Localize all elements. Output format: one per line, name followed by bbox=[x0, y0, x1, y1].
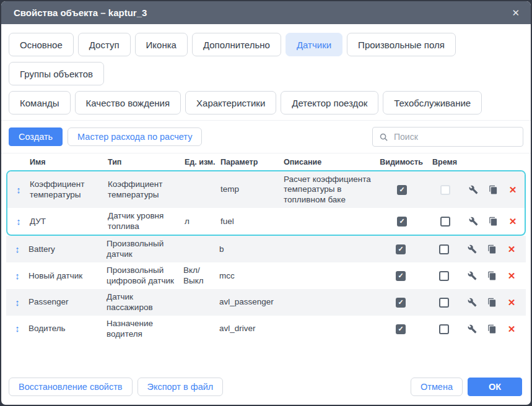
cell-parameter: fuel bbox=[220, 217, 284, 227]
tab-команды[interactable]: Команды bbox=[9, 91, 71, 114]
tabs-section: ОсновноеДоступИконкаДополнительноДатчики… bbox=[1, 24, 531, 121]
delete-sensor-icon[interactable]: ✕ bbox=[502, 323, 521, 335]
visibility-checkbox[interactable]: ✓ bbox=[396, 271, 406, 281]
tab-группы-объектов[interactable]: Группы объектов bbox=[9, 62, 104, 85]
tab-техобслуживание[interactable]: Техобслуживание bbox=[383, 91, 482, 114]
ok-button[interactable]: ОК bbox=[468, 378, 522, 396]
header-time: Время bbox=[426, 158, 462, 166]
search-box[interactable] bbox=[372, 127, 523, 147]
cancel-button[interactable]: Отмена bbox=[411, 378, 463, 396]
copy-icon bbox=[489, 217, 498, 226]
time-checkbox[interactable] bbox=[439, 271, 449, 281]
cell-type: Датчик уровня топлива bbox=[108, 211, 185, 231]
delete-sensor-icon[interactable]: ✕ bbox=[502, 243, 521, 256]
delete-sensor-icon[interactable]: ✕ bbox=[503, 215, 523, 228]
consumption-wizard-button[interactable]: Мастер расхода по расчету bbox=[68, 127, 202, 146]
drag-handle-icon[interactable]: ↕ bbox=[6, 323, 28, 334]
time-checkbox[interactable] bbox=[439, 324, 449, 334]
delete-sensor-icon[interactable]: ✕ bbox=[502, 270, 521, 282]
visibility-checkbox[interactable]: ✓ bbox=[397, 185, 407, 195]
visibility-checkbox[interactable]: ✓ bbox=[396, 324, 406, 334]
wrench-icon bbox=[468, 244, 477, 254]
edit-sensor-button[interactable] bbox=[462, 296, 482, 309]
cell-parameter: avl_driver bbox=[219, 324, 282, 334]
cell-unit: Вкл/Выкл bbox=[183, 266, 219, 286]
visibility-checkbox[interactable]: ✓ bbox=[397, 217, 407, 227]
copy-sensor-button[interactable] bbox=[482, 323, 502, 335]
tab-иконка[interactable]: Иконка bbox=[135, 33, 188, 56]
cell-parameter: temp bbox=[220, 184, 284, 194]
edit-sensor-button[interactable] bbox=[462, 270, 482, 282]
drag-handle-icon[interactable]: ↕ bbox=[7, 184, 30, 196]
close-icon[interactable]: ✕ bbox=[510, 6, 521, 20]
copy-sensor-button[interactable] bbox=[482, 296, 502, 309]
drag-handle-icon[interactable]: ↕ bbox=[6, 244, 28, 255]
cell-type: Датчик пассажиров bbox=[107, 292, 183, 313]
drag-handle-icon[interactable]: ↕ bbox=[6, 270, 28, 282]
table-row: ↕ ДУТ Датчик уровня топлива л fuel ✓ ✕ bbox=[7, 208, 525, 235]
copy-sensor-button[interactable] bbox=[483, 184, 503, 196]
search-icon bbox=[379, 132, 388, 142]
tab-дополнительно[interactable]: Дополнительно bbox=[192, 33, 281, 56]
copy-icon bbox=[489, 185, 498, 194]
header-unit: Ед. изм. bbox=[183, 158, 219, 166]
drag-handle-icon[interactable]: ↕ bbox=[7, 216, 30, 227]
tab-label: Доступ bbox=[89, 40, 120, 50]
delete-sensor-icon[interactable]: ✕ bbox=[502, 296, 521, 309]
copy-sensor-button[interactable] bbox=[482, 243, 502, 256]
edit-sensor-button[interactable] bbox=[463, 184, 483, 196]
cell-type: Коэффициент температуры bbox=[108, 179, 185, 200]
sensors-toolbar: Создать Мастер расхода по расчету bbox=[1, 121, 531, 153]
tab-label: Техобслуживание bbox=[394, 98, 471, 108]
cell-parameter: b bbox=[219, 244, 282, 254]
copy-icon bbox=[487, 324, 497, 334]
tab-детектор-поездок[interactable]: Детектор поездок bbox=[281, 91, 378, 114]
copy-sensor-button[interactable] bbox=[483, 215, 503, 228]
cell-description: Расчет коэффициента температуры в топлив… bbox=[284, 175, 377, 205]
header-description: Описание bbox=[282, 158, 375, 166]
tab-label: Качество вождения bbox=[86, 98, 170, 108]
tab-доступ[interactable]: Доступ bbox=[78, 33, 131, 56]
tab-произвольные-поля[interactable]: Произвольные поля bbox=[347, 33, 456, 56]
copy-icon bbox=[487, 271, 497, 280]
title-bar: Свойства объекта – kaptur_3 ✕ bbox=[1, 1, 531, 24]
drag-handle-icon[interactable]: ↕ bbox=[6, 297, 28, 308]
tabs-row-2: КомандыКачество вожденияХарактеристикиДе… bbox=[9, 91, 523, 120]
header-parameter: Параметр bbox=[219, 158, 282, 166]
tab-характеристики[interactable]: Характеристики bbox=[185, 91, 276, 114]
table-row: ↕ Водитель Назначение водителя avl_drive… bbox=[6, 316, 526, 342]
footer-bar: Восстановление свойств Экспорт в файл От… bbox=[1, 370, 531, 405]
dialog-title: Свойства объекта – kaptur_3 bbox=[14, 7, 147, 18]
cell-name: Passenger bbox=[28, 297, 107, 307]
tab-label: Группы объектов bbox=[20, 69, 93, 79]
time-checkbox[interactable] bbox=[440, 217, 450, 227]
wrench-icon bbox=[468, 298, 477, 307]
create-sensor-button[interactable]: Создать bbox=[9, 127, 63, 146]
visibility-checkbox[interactable]: ✓ bbox=[396, 298, 406, 308]
table-row: ↕ Passenger Датчик пассажиров avl_passen… bbox=[6, 289, 526, 316]
tab-качество-вождения[interactable]: Качество вождения bbox=[75, 91, 181, 114]
copy-sensor-button[interactable] bbox=[482, 270, 502, 282]
edit-sensor-button[interactable] bbox=[463, 215, 483, 228]
cell-type: Назначение водителя bbox=[107, 319, 183, 339]
time-checkbox[interactable] bbox=[440, 185, 450, 195]
table-row: ↕ Новый датчик Произвольный цифровой дат… bbox=[6, 262, 526, 289]
cell-parameter: avl_passenger bbox=[219, 297, 282, 307]
time-checkbox[interactable] bbox=[439, 244, 449, 254]
edit-sensor-button[interactable] bbox=[462, 243, 482, 256]
cell-name: Водитель bbox=[28, 324, 107, 334]
wrench-icon bbox=[468, 324, 477, 334]
delete-sensor-icon[interactable]: ✕ bbox=[503, 184, 523, 196]
tab-датчики[interactable]: Датчики bbox=[286, 33, 342, 56]
visibility-checkbox[interactable]: ✓ bbox=[396, 244, 406, 254]
tab-основное[interactable]: Основное bbox=[9, 33, 74, 56]
export-to-file-button[interactable]: Экспорт в файл bbox=[137, 378, 224, 396]
tab-label: Основное bbox=[20, 40, 63, 50]
restore-properties-button[interactable]: Восстановление свойств bbox=[9, 378, 133, 396]
selected-group: ↕ Коэффициент температуры Коэффициент те… bbox=[6, 170, 526, 236]
table-row: ↕ Коэффициент температуры Коэффициент те… bbox=[7, 171, 525, 208]
sensors-table: Имя Тип Ед. изм. Параметр Описание Видим… bbox=[1, 153, 531, 370]
search-input[interactable] bbox=[393, 131, 517, 142]
time-checkbox[interactable] bbox=[439, 298, 449, 308]
edit-sensor-button[interactable] bbox=[462, 323, 482, 335]
